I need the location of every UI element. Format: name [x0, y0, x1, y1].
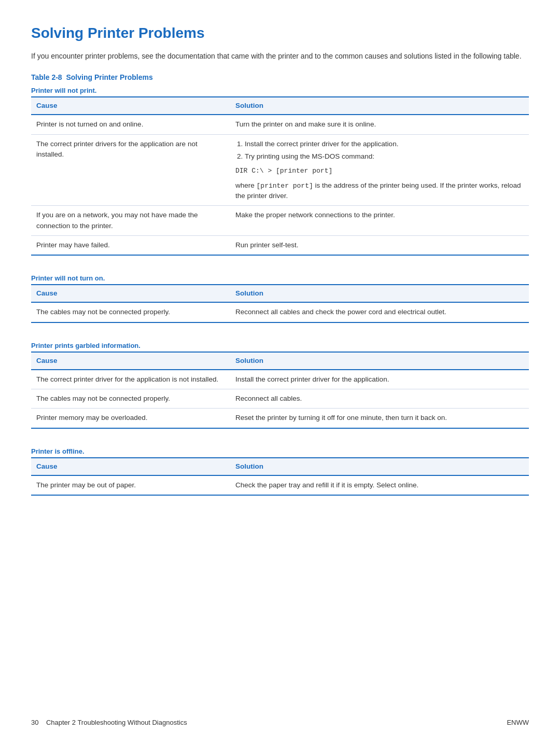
cause-cell: If you are on a network, you may not hav…	[31, 206, 230, 236]
cause-cell: The printer may be out of paper.	[31, 475, 230, 495]
section-2: Printer prints garbled information.Cause…	[31, 342, 529, 429]
col-header-cause: Cause	[31, 352, 230, 370]
intro-text: If you encounter printer problems, see t…	[31, 51, 529, 62]
solution-cell: Reset the printer by turning it off for …	[230, 409, 529, 428]
footer-brand: ENWW	[507, 719, 529, 726]
col-header-solution: Solution	[230, 97, 529, 115]
table-row: The printer may be out of paper.Check th…	[31, 475, 529, 495]
footer-chapter: Chapter 2 Troubleshooting Without Diagno…	[46, 719, 187, 726]
problem-table: CauseSolutionThe correct printer driver …	[31, 352, 529, 429]
footer: 30 Chapter 2 Troubleshooting Without Dia…	[0, 719, 560, 726]
solution-cell: Run printer self-test.	[230, 235, 529, 255]
col-header-solution: Solution	[230, 458, 529, 475]
table-title: Table 2-8 Solving Printer Problems	[31, 73, 529, 81]
problem-table: CauseSolutionPrinter is not turned on an…	[31, 96, 529, 256]
cause-cell: Printer memory may be overloaded.	[31, 409, 230, 428]
col-header-solution: Solution	[230, 352, 529, 370]
cause-cell: The correct printer drivers for the appl…	[31, 134, 230, 206]
table-row: The cables may not be connected properly…	[31, 389, 529, 409]
solution-cell: Reconnect all cables.	[230, 389, 529, 409]
table-row: If you are on a network, you may not hav…	[31, 206, 529, 236]
solution-list-item: Try printing using the MS-DOS command:	[245, 151, 524, 162]
solution-cell: Turn the printer on and make sure it is …	[230, 115, 529, 134]
table-row: Printer is not turned on and online.Turn…	[31, 115, 529, 134]
col-header-cause: Cause	[31, 285, 230, 302]
section-header: Printer is offline.	[31, 447, 529, 457]
section-3: Printer is offline.CauseSolutionThe prin…	[31, 447, 529, 496]
solution-note: where [printer port] is the address of t…	[235, 180, 524, 202]
solution-cell: Check the paper tray and refill it if it…	[230, 475, 529, 495]
table-row: Printer may have failed.Run printer self…	[31, 235, 529, 255]
table-row: The cables may not be connected properly…	[31, 302, 529, 322]
cause-cell: The cables may not be connected properly…	[31, 302, 230, 322]
problem-table: CauseSolutionThe printer may be out of p…	[31, 457, 529, 496]
col-header-cause: Cause	[31, 458, 230, 475]
table-title-text: Solving Printer Problems	[66, 73, 152, 81]
cause-cell: Printer may have failed.	[31, 235, 230, 255]
table-row: The correct printer drivers for the appl…	[31, 134, 529, 206]
section-header: Printer will not turn on.	[31, 274, 529, 284]
footer-page-chapter: 30 Chapter 2 Troubleshooting Without Dia…	[31, 719, 187, 726]
solution-cell: Make the proper network connections to t…	[230, 206, 529, 236]
table-title-prefix: Table 2-8	[31, 73, 62, 81]
solution-cell: Install the correct printer driver for t…	[230, 134, 529, 206]
section-0: Printer will not print.CauseSolutionPrin…	[31, 87, 529, 256]
table-row: Printer memory may be overloaded.Reset t…	[31, 409, 529, 428]
section-header: Printer prints garbled information.	[31, 342, 529, 352]
cause-cell: The cables may not be connected properly…	[31, 389, 230, 409]
solution-code: DIR C:\ > [printer port]	[235, 166, 524, 176]
cause-cell: Printer is not turned on and online.	[31, 115, 230, 134]
section-1: Printer will not turn on.CauseSolutionTh…	[31, 274, 529, 323]
table-row: The correct printer driver for the appli…	[31, 370, 529, 389]
solution-cell: Install the correct printer driver for t…	[230, 370, 529, 389]
footer-page-number: 30	[31, 719, 38, 726]
cause-cell: The correct printer driver for the appli…	[31, 370, 230, 389]
solution-cell: Reconnect all cables and check the power…	[230, 302, 529, 322]
solution-list-item: Install the correct printer driver for t…	[245, 139, 524, 149]
section-header: Printer will not print.	[31, 87, 529, 96]
page-title: Solving Printer Problems	[31, 25, 529, 41]
col-header-solution: Solution	[230, 285, 529, 302]
problem-table: CauseSolutionThe cables may not be conne…	[31, 284, 529, 323]
col-header-cause: Cause	[31, 97, 230, 115]
